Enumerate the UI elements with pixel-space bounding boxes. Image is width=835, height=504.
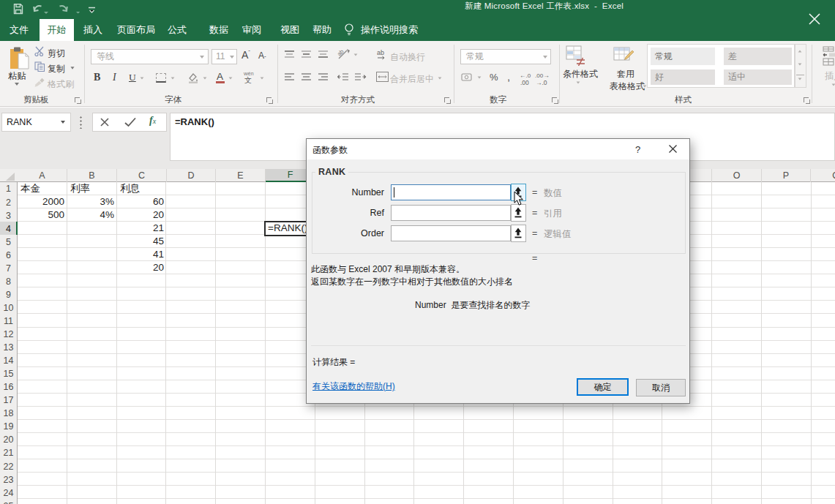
svg-text:ab: ab [337, 48, 345, 58]
svg-text:ab: ab [377, 49, 384, 56]
